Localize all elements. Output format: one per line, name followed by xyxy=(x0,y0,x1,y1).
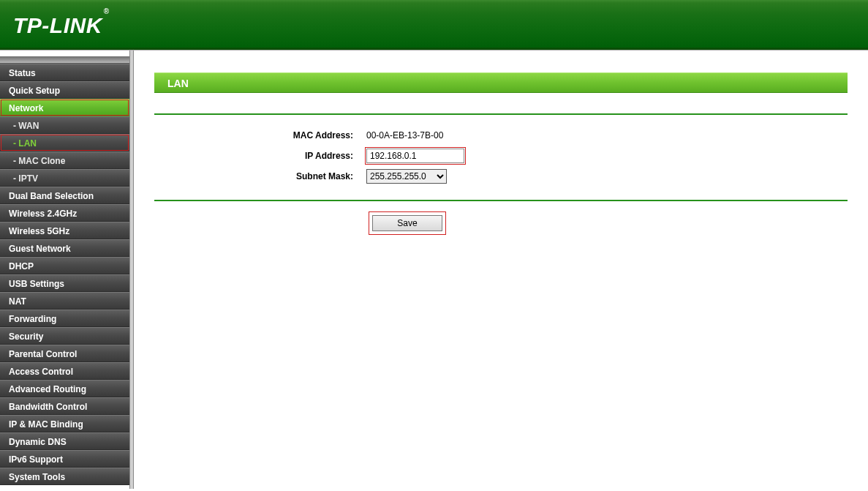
sidebar-item-quick-setup[interactable]: Quick Setup xyxy=(0,81,129,99)
label-mask: Subnet Mask: xyxy=(154,171,366,181)
sidebar-item-wireless-5ghz[interactable]: Wireless 5GHz xyxy=(0,222,129,239)
sidebar-item-security[interactable]: Security xyxy=(0,327,129,345)
value-mac: 00-0A-EB-13-7B-00 xyxy=(366,130,443,140)
sidebar-item-dynamic-dns[interactable]: Dynamic DNS xyxy=(0,432,129,450)
sidebar-item-usb-settings[interactable]: USB Settings xyxy=(0,274,129,292)
sidebar-item-dhcp[interactable]: DHCP xyxy=(0,257,129,274)
sidebar-item-access-control[interactable]: Access Control xyxy=(0,362,129,380)
content-panel: LAN MAC Address: 00-0A-EB-13-7B-00 IP Ad… xyxy=(134,50,868,489)
row-mac: MAC Address: 00-0A-EB-13-7B-00 xyxy=(154,125,848,146)
sidebar-item-bandwidth-control[interactable]: Bandwidth Control xyxy=(0,397,129,415)
label-ip: IP Address: xyxy=(154,151,366,161)
sidebar-item-ip-mac-binding[interactable]: IP & MAC Binding xyxy=(0,415,129,432)
sidebar-item-lan[interactable]: - LAN xyxy=(0,134,129,151)
brand-logo: TP-LINK® xyxy=(13,13,108,38)
sidebar-item-wireless-2-4ghz[interactable]: Wireless 2.4GHz xyxy=(0,204,129,222)
sidebar-top-gradient xyxy=(0,56,129,64)
reg-mark: ® xyxy=(104,7,110,15)
sidebar-item-network[interactable]: Network xyxy=(0,99,129,116)
panel-title: LAN xyxy=(154,72,848,93)
row-mask: Subnet Mask: 255.255.255.0 xyxy=(154,166,848,187)
input-ip-address[interactable] xyxy=(366,149,464,163)
save-button[interactable]: Save xyxy=(372,215,442,231)
row-ip: IP Address: xyxy=(154,146,848,166)
select-subnet-mask[interactable]: 255.255.255.0 xyxy=(366,169,447,184)
sidebar-item-iptv[interactable]: - IPTV xyxy=(0,169,129,187)
sidebar-item-guest-network[interactable]: Guest Network xyxy=(0,239,129,257)
separator-line xyxy=(154,200,848,201)
header-bar: TP-LINK® xyxy=(0,0,868,50)
sidebar-item-advanced-routing[interactable]: Advanced Routing xyxy=(0,380,129,397)
sidebar-item-ipv6-support[interactable]: IPv6 Support xyxy=(0,450,129,468)
sidebar-item-mac-clone[interactable]: - MAC Clone xyxy=(0,151,129,169)
sidebar: StatusQuick SetupNetwork- WAN- LAN- MAC … xyxy=(0,50,129,489)
label-mac: MAC Address: xyxy=(154,130,366,140)
sidebar-item-forwarding[interactable]: Forwarding xyxy=(0,310,129,327)
sidebar-item-parental-control[interactable]: Parental Control xyxy=(0,345,129,362)
sidebar-item-status[interactable]: Status xyxy=(0,64,129,81)
separator-line xyxy=(154,113,848,115)
sidebar-item-dual-band-selection[interactable]: Dual Band Selection xyxy=(0,187,129,204)
sidebar-item-nat[interactable]: NAT xyxy=(0,292,129,310)
sidebar-item-system-tools[interactable]: System Tools xyxy=(0,468,129,485)
brand-text: TP-LINK xyxy=(13,13,102,37)
sidebar-item-wan[interactable]: - WAN xyxy=(0,116,129,134)
